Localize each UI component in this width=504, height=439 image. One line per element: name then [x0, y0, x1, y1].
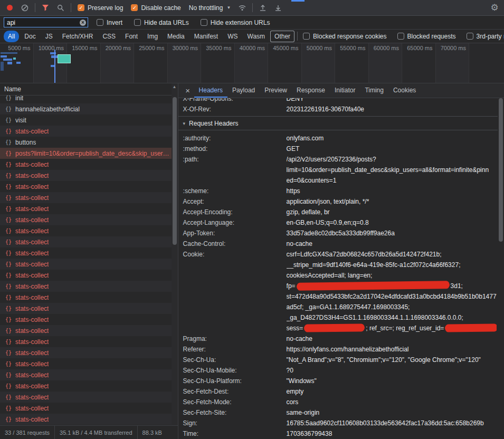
hide-data-urls-checkbox[interactable]: Hide data URLs — [131, 19, 192, 26]
import-har-button[interactable] — [256, 2, 270, 14]
detail-scrollbar[interactable] — [498, 98, 504, 439]
list-item[interactable]: {}hannahelizabethofficial — [0, 103, 178, 114]
checkbox-blocked-response-cookies[interactable]: Blocked response cookies — [300, 33, 389, 40]
filter-search-input[interactable] — [7, 19, 78, 26]
filter-pill-fetch-xhr[interactable]: Fetch/XHR — [58, 31, 98, 42]
search-button[interactable] — [54, 2, 68, 14]
disable-cache-checkbox[interactable]: ✓ Disable cache — [128, 4, 184, 12]
script-icon: {} — [5, 139, 12, 145]
list-item[interactable]: {}stats-collect — [0, 336, 178, 347]
detail-tabbar: × HeadersPayloadPreviewResponseInitiator… — [178, 83, 504, 98]
header-value: 16785:5aad9602cf110608b03133de563642fac1… — [287, 418, 497, 428]
preserve-log-checkbox[interactable]: ✓ Preserve log — [74, 4, 126, 12]
close-detail-button[interactable]: × — [182, 83, 194, 98]
list-item[interactable]: {}stats-collect — [0, 270, 178, 281]
record-button[interactable] — [3, 2, 16, 14]
request-name: stats-collect — [15, 227, 49, 235]
clear-filter-icon[interactable]: × — [80, 20, 86, 26]
list-item[interactable]: {}posts?limit=10&order=publish_date_desc… — [0, 148, 178, 159]
checkbox-3rd-party-requests[interactable]: 3rd-party requests — [464, 33, 504, 40]
list-item[interactable]: {}stats-collect — [0, 259, 178, 270]
header-row: Cache-Control:no-cache — [178, 238, 498, 249]
filter-pill-font[interactable]: Font — [121, 31, 142, 42]
list-item[interactable]: {}stats-collect — [0, 358, 178, 369]
list-item[interactable]: {}stats-collect — [0, 126, 178, 137]
list-item[interactable]: {}stats-collect — [0, 281, 178, 292]
list-item[interactable]: {}stats-collect — [0, 203, 178, 214]
scroll-up-icon[interactable]: ▲ — [172, 83, 178, 90]
waterfall-bar — [16, 62, 21, 64]
header-row: Sign:16785:5aad9602cf110608b03133de56364… — [178, 418, 498, 428]
script-icon: {} — [5, 217, 12, 223]
export-har-button[interactable] — [271, 2, 285, 14]
list-item[interactable]: {}stats-collect — [0, 325, 178, 336]
filter-pill-other[interactable]: Other — [270, 31, 294, 42]
request-list-pane: Name {}init{}hannahelizabethofficial{}vi… — [0, 83, 178, 439]
throttling-select[interactable]: No throttling ▼ — [186, 4, 234, 12]
scrollbar-thumb[interactable] — [173, 97, 177, 245]
filter-pill-img[interactable]: Img — [143, 31, 162, 42]
filter-pill-wasm[interactable]: Wasm — [243, 31, 270, 42]
tab-preview[interactable]: Preview — [260, 83, 292, 98]
filter-pill-manifest[interactable]: Manifest — [190, 31, 222, 42]
request-list: {}init{}hannahelizabethofficial{}visit{}… — [0, 96, 178, 425]
list-item[interactable]: {}visit — [0, 114, 178, 126]
script-icon: {} — [5, 350, 12, 356]
request-name: buttons — [15, 139, 36, 146]
list-item[interactable]: {}stats-collect — [0, 347, 178, 358]
header-name: Sec-Fetch-Mode: — [183, 397, 287, 407]
timeline-overview[interactable]: 5000 ms10000 ms15000 ms20000 ms25000 ms3… — [0, 43, 504, 83]
list-item[interactable]: {}stats-collect — [0, 403, 178, 414]
header-row: Time:1703636799438 — [178, 428, 498, 439]
checkbox-blocked-requests[interactable]: Blocked requests — [395, 33, 459, 40]
list-item[interactable]: {}stats-collect — [0, 181, 178, 192]
list-item[interactable]: {}stats-collect — [0, 214, 178, 225]
list-item[interactable]: {}stats-collect — [0, 192, 178, 203]
list-item[interactable]: {}init — [0, 96, 178, 103]
scrollbar-thumb[interactable] — [499, 98, 503, 242]
list-item[interactable]: {}stats-collect — [0, 303, 178, 314]
header-name: Accept-Encoding: — [183, 207, 287, 217]
request-headers-section[interactable]: ▾ Request Headers — [178, 117, 498, 130]
filter-pill-css[interactable]: CSS — [98, 31, 120, 42]
tab-cookies[interactable]: Cookies — [388, 83, 421, 98]
invert-checkbox[interactable]: Invert — [93, 19, 126, 26]
tab-timing[interactable]: Timing — [360, 83, 388, 98]
request-detail-pane: × HeadersPayloadPreviewResponseInitiator… — [178, 83, 504, 439]
header-value-line: st=472d48a90d5433bfc2a2d17042e4dfdcafd31… — [287, 291, 497, 302]
request-name: stats-collect — [15, 128, 49, 135]
filter-pill-media[interactable]: Media — [163, 31, 189, 42]
list-item[interactable]: {}buttons — [0, 137, 178, 148]
redaction-scribble — [297, 281, 450, 290]
filter-pill-js[interactable]: JS — [41, 31, 57, 42]
tab-headers[interactable]: Headers — [194, 83, 227, 98]
tab-response[interactable]: Response — [292, 83, 330, 98]
list-item[interactable]: {}stats-collect — [0, 292, 178, 303]
list-item[interactable]: {}stats-collect — [0, 247, 178, 259]
list-item[interactable]: {}stats-collect — [0, 225, 178, 236]
list-item[interactable]: {}stats-collect — [0, 380, 178, 392]
settings-gear-button[interactable]: ⚙ — [488, 2, 501, 14]
filter-pill-ws[interactable]: WS — [223, 31, 242, 42]
request-list-scrollbar[interactable]: ▲ — [172, 83, 178, 425]
filter-pill-all[interactable]: All — [4, 31, 19, 42]
script-icon: {} — [5, 117, 12, 123]
tab-initiator[interactable]: Initiator — [330, 83, 360, 98]
hide-extension-urls-checkbox[interactable]: Hide extension URLs — [197, 19, 273, 26]
name-column-header[interactable]: Name — [0, 83, 178, 96]
list-item[interactable]: {}stats-collect — [0, 414, 178, 425]
tab-payload[interactable]: Payload — [227, 83, 260, 98]
list-item[interactable]: {}stats-collect — [0, 369, 178, 380]
network-conditions-button[interactable] — [235, 2, 249, 14]
filter-pill-doc[interactable]: Doc — [20, 31, 40, 42]
timeline-tick-label: 40000 ms — [235, 43, 269, 83]
list-item[interactable]: {}stats-collect — [0, 159, 178, 170]
requests-count: 33 / 381 requests — [0, 426, 55, 439]
clear-button[interactable] — [18, 2, 32, 14]
list-item[interactable]: {}stats-collect — [0, 236, 178, 247]
list-item[interactable]: {}stats-collect — [0, 314, 178, 325]
preserve-log-label: Preserve log — [88, 4, 123, 12]
filter-button[interactable] — [39, 2, 52, 14]
list-item[interactable]: {}stats-collect — [0, 392, 178, 403]
list-item[interactable]: {}stats-collect — [0, 170, 178, 181]
